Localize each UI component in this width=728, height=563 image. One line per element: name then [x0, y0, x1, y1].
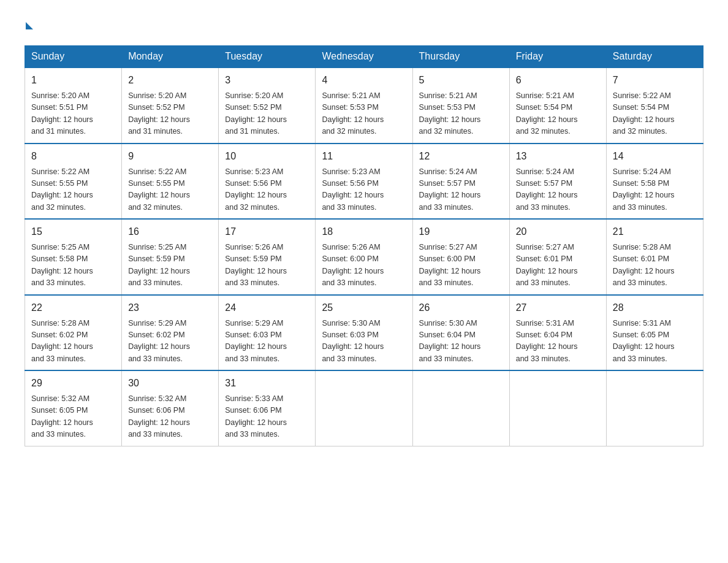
day-number: 31 [225, 376, 309, 391]
calendar-cell: 14 Sunrise: 5:24 AMSunset: 5:58 PMDaylig… [606, 144, 703, 220]
calendar-cell: 15 Sunrise: 5:25 AMSunset: 5:58 PMDaylig… [25, 219, 122, 295]
day-info: Sunrise: 5:29 AMSunset: 6:02 PMDaylight:… [128, 318, 212, 366]
day-number: 14 [613, 149, 697, 164]
page-header [25, 18, 703, 33]
day-number: 23 [128, 301, 212, 315]
day-number: 17 [225, 224, 309, 239]
day-number: 22 [31, 301, 115, 315]
calendar-cell: 30 Sunrise: 5:32 AMSunset: 6:06 PMDaylig… [122, 370, 219, 446]
day-number: 8 [31, 149, 115, 164]
day-info: Sunrise: 5:24 AMSunset: 5:58 PMDaylight:… [613, 166, 697, 214]
calendar-cell: 20 Sunrise: 5:27 AMSunset: 6:01 PMDaylig… [509, 219, 606, 295]
calendar-cell: 4 Sunrise: 5:21 AMSunset: 5:53 PMDayligh… [316, 67, 412, 144]
calendar-cell: 10 Sunrise: 5:23 AMSunset: 5:56 PMDaylig… [219, 144, 316, 220]
calendar-cell: 1 Sunrise: 5:20 AMSunset: 5:51 PMDayligh… [25, 67, 122, 144]
day-info: Sunrise: 5:20 AMSunset: 5:51 PMDaylight:… [31, 90, 115, 138]
day-info: Sunrise: 5:27 AMSunset: 6:00 PMDaylight:… [419, 242, 503, 289]
calendar-cell: 9 Sunrise: 5:22 AMSunset: 5:55 PMDayligh… [122, 144, 219, 220]
calendar-cell: 19 Sunrise: 5:27 AMSunset: 6:00 PMDaylig… [412, 219, 509, 295]
day-number: 29 [31, 376, 115, 391]
day-info: Sunrise: 5:32 AMSunset: 6:06 PMDaylight:… [128, 393, 212, 441]
day-info: Sunrise: 5:30 AMSunset: 6:04 PMDaylight:… [419, 318, 503, 366]
day-number: 5 [419, 73, 503, 88]
calendar-cell: 8 Sunrise: 5:22 AMSunset: 5:55 PMDayligh… [25, 144, 122, 220]
day-number: 27 [516, 301, 600, 315]
day-info: Sunrise: 5:26 AMSunset: 5:59 PMDaylight:… [225, 242, 309, 289]
calendar-cell: 6 Sunrise: 5:21 AMSunset: 5:54 PMDayligh… [509, 67, 606, 144]
day-number: 7 [613, 73, 697, 88]
day-number: 6 [516, 73, 600, 88]
calendar-cell: 27 Sunrise: 5:31 AMSunset: 6:04 PMDaylig… [509, 295, 606, 371]
calendar-cell: 12 Sunrise: 5:24 AMSunset: 5:57 PMDaylig… [412, 144, 509, 220]
calendar-cell: 17 Sunrise: 5:26 AMSunset: 5:59 PMDaylig… [219, 219, 316, 295]
day-number: 24 [225, 301, 309, 315]
calendar-cell [316, 370, 412, 446]
day-info: Sunrise: 5:31 AMSunset: 6:05 PMDaylight:… [613, 318, 697, 366]
calendar-body: 1 Sunrise: 5:20 AMSunset: 5:51 PMDayligh… [25, 67, 703, 446]
day-info: Sunrise: 5:28 AMSunset: 6:01 PMDaylight:… [613, 242, 697, 289]
calendar-cell [509, 370, 606, 446]
day-info: Sunrise: 5:25 AMSunset: 5:59 PMDaylight:… [128, 242, 212, 289]
calendar-cell [412, 370, 509, 446]
day-number: 25 [322, 301, 406, 315]
day-number: 19 [419, 224, 503, 239]
week-row-1: 1 Sunrise: 5:20 AMSunset: 5:51 PMDayligh… [25, 67, 703, 144]
day-info: Sunrise: 5:21 AMSunset: 5:54 PMDaylight:… [516, 90, 600, 138]
calendar-cell: 25 Sunrise: 5:30 AMSunset: 6:03 PMDaylig… [316, 295, 412, 371]
day-info: Sunrise: 5:22 AMSunset: 5:55 PMDaylight:… [128, 166, 212, 214]
header-sunday: Sunday [25, 46, 122, 68]
day-info: Sunrise: 5:25 AMSunset: 5:58 PMDaylight:… [31, 242, 115, 289]
logo-block [25, 18, 33, 33]
day-info: Sunrise: 5:22 AMSunset: 5:54 PMDaylight:… [613, 90, 697, 138]
calendar-table: SundayMondayTuesdayWednesdayThursdayFrid… [25, 45, 703, 446]
header-saturday: Saturday [606, 46, 703, 68]
day-info: Sunrise: 5:31 AMSunset: 6:04 PMDaylight:… [516, 318, 600, 366]
day-number: 21 [613, 224, 697, 239]
day-number: 4 [322, 73, 406, 88]
calendar-cell: 5 Sunrise: 5:21 AMSunset: 5:53 PMDayligh… [412, 67, 509, 144]
calendar-cell: 31 Sunrise: 5:33 AMSunset: 6:06 PMDaylig… [219, 370, 316, 446]
day-info: Sunrise: 5:21 AMSunset: 5:53 PMDaylight:… [322, 90, 406, 138]
day-info: Sunrise: 5:23 AMSunset: 5:56 PMDaylight:… [225, 166, 309, 214]
day-number: 1 [31, 73, 115, 88]
calendar-cell: 11 Sunrise: 5:23 AMSunset: 5:56 PMDaylig… [316, 144, 412, 220]
calendar-cell: 24 Sunrise: 5:29 AMSunset: 6:03 PMDaylig… [219, 295, 316, 371]
day-info: Sunrise: 5:27 AMSunset: 6:01 PMDaylight:… [516, 242, 600, 289]
week-row-5: 29 Sunrise: 5:32 AMSunset: 6:05 PMDaylig… [25, 370, 703, 446]
day-number: 28 [613, 301, 697, 315]
calendar-header: SundayMondayTuesdayWednesdayThursdayFrid… [25, 46, 703, 68]
calendar-cell: 2 Sunrise: 5:20 AMSunset: 5:52 PMDayligh… [122, 67, 219, 144]
calendar-cell: 29 Sunrise: 5:32 AMSunset: 6:05 PMDaylig… [25, 370, 122, 446]
day-number: 20 [516, 224, 600, 239]
day-number: 12 [419, 149, 503, 164]
calendar-cell: 16 Sunrise: 5:25 AMSunset: 5:59 PMDaylig… [122, 219, 219, 295]
day-info: Sunrise: 5:30 AMSunset: 6:03 PMDaylight:… [322, 318, 406, 366]
day-info: Sunrise: 5:20 AMSunset: 5:52 PMDaylight:… [225, 90, 309, 138]
header-tuesday: Tuesday [219, 46, 316, 68]
day-info: Sunrise: 5:23 AMSunset: 5:56 PMDaylight:… [322, 166, 406, 214]
calendar-cell: 3 Sunrise: 5:20 AMSunset: 5:52 PMDayligh… [219, 67, 316, 144]
logo-arrow-icon [26, 22, 33, 29]
calendar-cell: 21 Sunrise: 5:28 AMSunset: 6:01 PMDaylig… [606, 219, 703, 295]
calendar-cell: 13 Sunrise: 5:24 AMSunset: 5:57 PMDaylig… [509, 144, 606, 220]
header-wednesday: Wednesday [316, 46, 412, 68]
calendar-cell: 18 Sunrise: 5:26 AMSunset: 6:00 PMDaylig… [316, 219, 412, 295]
header-row: SundayMondayTuesdayWednesdayThursdayFrid… [25, 46, 703, 68]
day-number: 2 [128, 73, 212, 88]
day-number: 16 [128, 224, 212, 239]
header-thursday: Thursday [412, 46, 509, 68]
day-number: 13 [516, 149, 600, 164]
day-info: Sunrise: 5:29 AMSunset: 6:03 PMDaylight:… [225, 318, 309, 366]
week-row-4: 22 Sunrise: 5:28 AMSunset: 6:02 PMDaylig… [25, 295, 703, 371]
logo [25, 18, 33, 33]
calendar-cell [606, 370, 703, 446]
day-info: Sunrise: 5:22 AMSunset: 5:55 PMDaylight:… [31, 166, 115, 214]
day-info: Sunrise: 5:21 AMSunset: 5:53 PMDaylight:… [419, 90, 503, 138]
calendar-cell: 26 Sunrise: 5:30 AMSunset: 6:04 PMDaylig… [412, 295, 509, 371]
calendar-cell: 23 Sunrise: 5:29 AMSunset: 6:02 PMDaylig… [122, 295, 219, 371]
week-row-2: 8 Sunrise: 5:22 AMSunset: 5:55 PMDayligh… [25, 144, 703, 220]
day-number: 11 [322, 149, 406, 164]
day-number: 9 [128, 149, 212, 164]
day-info: Sunrise: 5:24 AMSunset: 5:57 PMDaylight:… [516, 166, 600, 214]
day-number: 15 [31, 224, 115, 239]
